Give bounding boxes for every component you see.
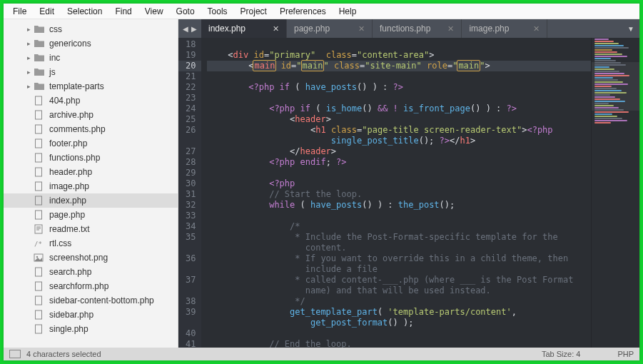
code-line[interactable]: // Start the loop.: [207, 189, 639, 200]
status-language[interactable]: PHP: [617, 350, 634, 358]
code-line[interactable]: * Include the Post-Format-specific templ…: [207, 232, 639, 243]
code-line[interactable]: [207, 39, 639, 50]
minimap-line: [594, 120, 627, 121]
minimap-line: [594, 94, 610, 96]
folder-css[interactable]: ▸css: [4, 22, 178, 36]
svg-rect-1: [36, 111, 42, 119]
minimap-line: [594, 64, 626, 66]
line-number: 37: [186, 275, 196, 285]
tab-page-php[interactable]: page.php✕: [287, 19, 373, 38]
code-line[interactable]: <?php endif; ?>: [207, 157, 639, 168]
menu-goto[interactable]: Goto: [170, 5, 201, 18]
code-content[interactable]: <div id="primary" class="content-area"> …: [201, 38, 639, 348]
code-line[interactable]: /*: [207, 221, 639, 232]
code-line[interactable]: [207, 211, 639, 221]
code-line[interactable]: get_post_format() );: [207, 318, 639, 328]
folder-genericons[interactable]: ▸genericons: [4, 36, 178, 51]
tab-prev-icon[interactable]: ◀: [183, 25, 188, 33]
file-image-php[interactable]: image.php: [4, 179, 178, 193]
code-line[interactable]: * If you want to override this in a chil…: [207, 253, 639, 264]
code-line[interactable]: <div id="primary" class="content-area">: [207, 50, 639, 61]
code-line[interactable]: get_template_part( 'template-parts/conte…: [207, 307, 639, 318]
file-functions-php[interactable]: functions.php: [4, 151, 178, 165]
file-sidebar-content-bottom-php[interactable]: sidebar-content-bottom.php: [4, 293, 178, 308]
file-page-php[interactable]: page.php: [4, 208, 178, 222]
code-line[interactable]: */: [207, 296, 639, 307]
file-archive-php[interactable]: archive.php: [4, 108, 178, 122]
minimap-line: [594, 118, 622, 119]
menu-file[interactable]: File: [6, 5, 33, 18]
status-tab-size[interactable]: Tab Size: 4: [542, 350, 580, 358]
svg-rect-4: [36, 153, 42, 162]
menu-view[interactable]: View: [138, 5, 170, 18]
disclosure-icon[interactable]: ▸: [25, 26, 32, 33]
close-icon[interactable]: ✕: [533, 24, 540, 34]
disclosure-icon[interactable]: ▸: [25, 40, 32, 47]
file-rtl-css[interactable]: /*rtl.css: [4, 236, 178, 251]
code-line[interactable]: <h1 class="page-title screen-reader-text…: [207, 125, 639, 136]
folder-js[interactable]: ▸js: [4, 65, 178, 79]
menu-edit[interactable]: Edit: [33, 5, 61, 18]
tree-label: readme.txt: [49, 224, 90, 234]
menu-help[interactable]: Help: [333, 5, 363, 18]
disclosure-icon[interactable]: ▸: [25, 69, 32, 76]
code-line[interactable]: <main id="main" class="site-main" role="…: [207, 61, 639, 71]
code-line[interactable]: single_post_title(); ?></h1>: [207, 136, 639, 146]
file-icon: /*: [34, 238, 45, 248]
minimap[interactable]: [591, 38, 639, 348]
code-line[interactable]: [207, 328, 639, 339]
tree-label: rtl.css: [49, 238, 71, 248]
disclosure-icon[interactable]: ▸: [25, 54, 32, 61]
file-icon: [34, 253, 45, 263]
file-icon: [34, 324, 45, 334]
code-line[interactable]: content.: [207, 243, 639, 253]
tab-nav-arrows[interactable]: ◀ ▶: [178, 19, 201, 38]
tab-menu-button[interactable]: ▼: [622, 19, 639, 38]
code-line[interactable]: name) and that will be used instead.: [207, 285, 639, 296]
code-line[interactable]: while ( have_posts() ) : the_post();: [207, 200, 639, 211]
file-index-php[interactable]: index.php: [4, 193, 178, 208]
code-line[interactable]: <?php if ( is_home() && ! is_front_page(…: [207, 103, 639, 114]
close-icon[interactable]: ✕: [273, 24, 279, 34]
code-line[interactable]: * called content-___.php (where ___ is t…: [207, 275, 639, 285]
file-sidebar-php[interactable]: sidebar.php: [4, 308, 178, 322]
close-icon[interactable]: ✕: [358, 24, 365, 34]
code-line[interactable]: // End the loop.: [207, 339, 639, 348]
tree-label: comments.php: [49, 124, 106, 134]
tab-next-icon[interactable]: ▶: [191, 25, 197, 33]
folder-template-parts[interactable]: ▸template-parts: [4, 79, 178, 93]
status-panel-icon[interactable]: [9, 350, 21, 358]
tab-functions-php[interactable]: functions.php✕: [373, 19, 462, 38]
file-searchform-php[interactable]: searchform.php: [4, 279, 178, 293]
code-line[interactable]: include a file: [207, 264, 639, 275]
file-comments-php[interactable]: comments.php: [4, 122, 178, 136]
file-single-php[interactable]: single.php: [4, 322, 178, 336]
file-header-php[interactable]: header.php: [4, 165, 178, 179]
code-line[interactable]: </header>: [207, 146, 639, 157]
file-readme-txt[interactable]: readme.txt: [4, 222, 178, 236]
sidebar[interactable]: ▸css▸genericons▸inc▸js▸template-parts404…: [4, 19, 178, 348]
menu-project[interactable]: Project: [234, 5, 273, 18]
tree-label: sidebar.php: [49, 310, 93, 320]
code-line[interactable]: [207, 93, 639, 103]
file-404-php[interactable]: 404.php: [4, 93, 178, 108]
code-line[interactable]: <?php if ( have_posts() ) : ?>: [207, 82, 639, 93]
tab-image-php[interactable]: image.php✕: [462, 19, 547, 38]
menu-selection[interactable]: Selection: [61, 5, 108, 18]
file-search-php[interactable]: search.php: [4, 265, 178, 279]
code-line[interactable]: [207, 168, 639, 178]
file-footer-php[interactable]: footer.php: [4, 136, 178, 151]
close-icon[interactable]: ✕: [447, 24, 454, 34]
menu-tools[interactable]: Tools: [201, 5, 234, 18]
disclosure-icon[interactable]: ▸: [25, 83, 32, 90]
folder-inc[interactable]: ▸inc: [4, 51, 178, 65]
menu-preferences[interactable]: Preferences: [273, 5, 333, 18]
tree-label: header.php: [49, 167, 92, 177]
tab-index-php[interactable]: index.php✕: [201, 19, 287, 38]
code-line[interactable]: <header>: [207, 114, 639, 125]
code-area[interactable]: 1819202122232425262728293031323334353637…: [178, 38, 639, 348]
code-line[interactable]: [207, 71, 639, 82]
code-line[interactable]: <?php: [207, 178, 639, 189]
file-screenshot-png[interactable]: screenshot.png: [4, 251, 178, 265]
menu-find[interactable]: Find: [108, 5, 138, 18]
